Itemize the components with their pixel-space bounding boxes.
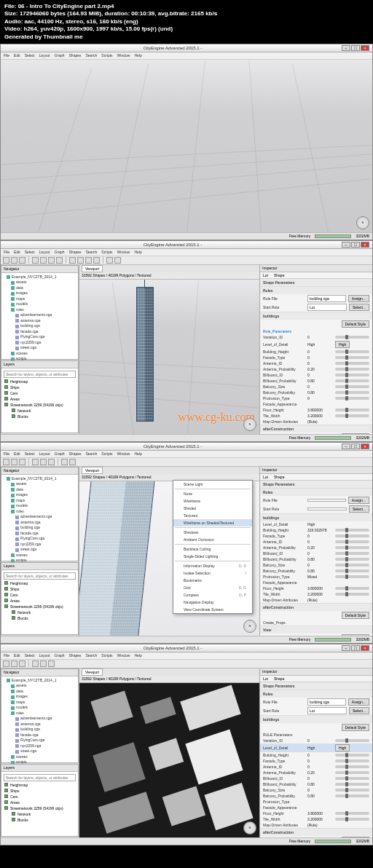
layer-search-input[interactable] [4,572,76,580]
menubar[interactable]: File Edit Select Layout Graph Shapes Sea… [1,652,372,660]
nav-folder[interactable]: rules [16,509,24,515]
menu-item[interactable]: Scripts [101,451,112,456]
selected-building[interactable] [79,481,156,636]
param-value[interactable]: 3.200000 [307,817,333,821]
menu-compass[interactable]: CompassD, P [173,591,252,599]
param-value[interactable]: 0 [307,551,333,556]
viewport-toolbar[interactable]: 31592 Shapes / 40199 Polygons / Textured [79,272,259,280]
param-slider[interactable] [335,575,369,578]
param-slider[interactable] [335,336,369,339]
menu-item[interactable]: Search [85,250,97,254]
toolbar-button[interactable] [40,660,47,667]
param-option[interactable]: High [335,341,350,348]
toolbar-button[interactable] [32,459,39,465]
section-after[interactable]: afterConstruction [260,425,372,433]
menu-item[interactable]: Search [85,451,97,456]
nav-folder[interactable]: rules [16,711,24,717]
menu-ao[interactable]: Ambient Occlusion [173,536,252,543]
param-value[interactable]: 0.20 [307,770,333,775]
layer-checkbox[interactable] [12,616,15,620]
param-value[interactable]: 0 [307,753,333,757]
main-toolbar[interactable] [1,458,372,467]
nav-file[interactable]: antenna.cga [20,722,41,727]
toolbar-button[interactable] [32,660,39,667]
menu-none[interactable]: None [173,490,252,497]
section-shape-params[interactable]: Shape Parameters [260,682,372,690]
layer-name[interactable]: Blocks [17,818,28,822]
menubar[interactable]: File Edit Select Layout Graph Shapes Sea… [1,249,372,256]
layer-checkbox[interactable] [4,599,8,602]
param-value[interactable]: 0 [307,350,333,354]
toolbar-button[interactable] [48,257,55,264]
toolbar-button[interactable] [69,459,76,465]
menu-item[interactable]: Help [134,53,141,58]
nav-folder[interactable]: scenes [16,351,28,357]
maximize-button[interactable]: □ [351,645,360,651]
nav-file[interactable]: facade.cga [20,329,38,335]
select-button[interactable]: Select... [349,505,369,513]
toolbar-button[interactable] [85,257,92,264]
nav-folder[interactable]: images [16,492,28,498]
compass-icon[interactable]: N [243,418,256,431]
menu-scene-light[interactable]: Scene Light [173,481,252,488]
layer-name[interactable]: Heightmap [10,581,28,585]
param-slider[interactable] [335,397,369,400]
menu-item[interactable]: Shapes [69,653,82,658]
maximize-button[interactable]: □ [351,45,360,51]
param-value[interactable]: 0 [307,759,333,763]
toolbar-button[interactable] [61,459,68,465]
viewport-tab[interactable]: Viewport [82,467,103,474]
layer-checkbox[interactable] [4,593,8,596]
nav-root[interactable]: Example_NYC2TB_2014_1 [12,476,56,482]
nav-folder[interactable]: models [16,301,28,307]
layer-name[interactable]: Ships [10,385,20,390]
inspector-tab[interactable]: Shape [274,676,284,681]
section-after[interactable]: afterConstruction [260,829,372,836]
menu-item[interactable]: Shapes [69,451,82,456]
param-value[interactable]: 0 [307,373,333,377]
menu-item[interactable]: Select [25,451,35,456]
layer-checkbox[interactable] [12,812,15,816]
layer-checkbox[interactable] [4,403,8,406]
style-dropdown[interactable]: Default Style [342,724,369,731]
menu-item[interactable]: Search [85,53,97,58]
layer-checkbox[interactable] [12,409,15,412]
menu-item[interactable]: Window [117,53,130,58]
layer-search-input[interactable] [4,371,76,378]
menu-item[interactable]: Edit [14,451,20,456]
layer-name[interactable]: Areas [10,599,20,603]
layer-name[interactable]: Network [17,610,31,615]
menu-item[interactable]: Select [25,653,35,658]
nav-folder[interactable]: maps [16,498,25,504]
param-slider[interactable] [335,534,369,537]
param-slider[interactable] [335,739,369,742]
section-view[interactable]: View [260,626,372,634]
menu-item[interactable]: Graph [55,53,65,58]
style-dropdown[interactable]: Default Style [342,837,369,837]
param-value[interactable]: 0 [307,335,333,339]
param-value[interactable]: 3.200000 [307,414,333,418]
compass-icon[interactable]: N [243,821,256,835]
param-value[interactable]: 0 [307,776,333,781]
param-value[interactable]: 0.80 [307,557,333,561]
param-value[interactable]: 319.032978 [307,528,333,532]
toolbar-button[interactable] [11,459,17,465]
param-value[interactable]: 0.80 [307,379,333,383]
param-slider[interactable] [335,789,369,792]
assign-button[interactable]: Assign... [348,295,369,302]
layer-name[interactable]: Heightmap [10,379,28,384]
param-slider[interactable] [335,777,369,780]
minimize-button[interactable]: – [342,443,350,449]
menu-item[interactable]: Select [25,53,35,58]
toolbar-button[interactable] [19,660,25,667]
nav-file[interactable]: advertisements.cga [20,312,52,318]
param-value[interactable]: 3.800000 [307,408,333,412]
menu-item[interactable]: File [4,250,9,254]
param-slider[interactable] [335,546,369,549]
layer-name[interactable]: Cars [10,391,18,395]
menu-item[interactable]: Select [25,250,35,254]
nav-root[interactable]: Example_NYC2TB_2014_1 [12,678,56,684]
param-slider[interactable] [335,783,369,786]
minimize-button[interactable]: – [342,645,350,651]
param-slider[interactable] [335,385,369,388]
